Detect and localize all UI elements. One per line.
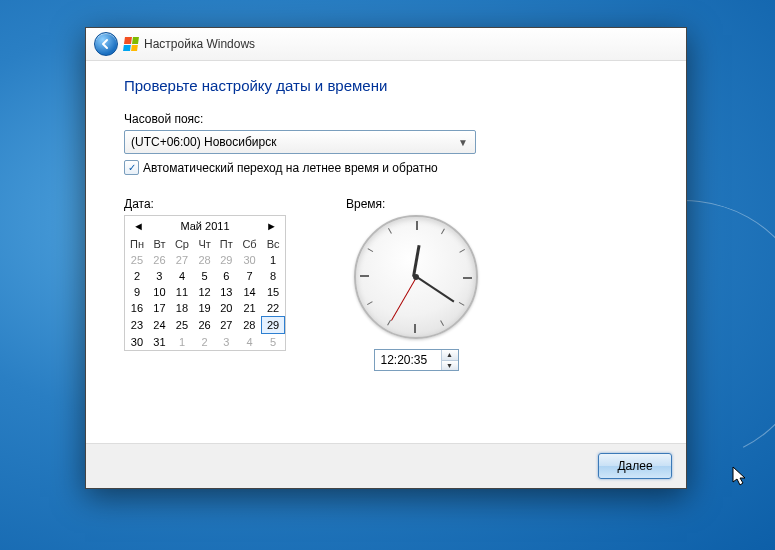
calendar-day[interactable]: 30 [125, 334, 149, 351]
dialog-title: Настройка Windows [144, 37, 255, 51]
calendar-day[interactable]: 14 [237, 284, 261, 300]
calendar-weekday: Сб [237, 236, 261, 252]
calendar-day[interactable]: 6 [215, 268, 237, 284]
time-column: Время: 12:20:35 ▲ ▼ [346, 197, 486, 371]
calendar-day[interactable]: 28 [237, 317, 261, 334]
calendar-weekday: Вс [262, 236, 285, 252]
calendar-day[interactable]: 1 [262, 252, 285, 268]
calendar-day[interactable]: 25 [125, 252, 149, 268]
calendar-day[interactable]: 25 [170, 317, 194, 334]
calendar-weekday: Пт [215, 236, 237, 252]
dst-row: ✓ Автоматический переход на летнее время… [124, 160, 648, 175]
time-value[interactable]: 12:20:35 [375, 350, 441, 370]
calendar-next[interactable]: ► [264, 220, 279, 232]
time-label: Время: [346, 197, 486, 211]
dst-label: Автоматический переход на летнее время и… [143, 161, 438, 175]
analog-clock [354, 215, 478, 339]
time-spin-up[interactable]: ▲ [442, 350, 458, 360]
calendar-day[interactable]: 9 [125, 284, 149, 300]
calendar[interactable]: ◄ Май 2011 ► ПнВтСрЧтПтСбВс 252627282930… [124, 215, 286, 351]
timezone-combo[interactable]: (UTC+06:00) Новосибирск ▼ [124, 130, 476, 154]
setup-dialog: Настройка Windows Проверьте настройку да… [85, 27, 687, 489]
time-spinner[interactable]: 12:20:35 ▲ ▼ [374, 349, 459, 371]
calendar-day[interactable]: 1 [170, 334, 194, 351]
calendar-day[interactable]: 23 [125, 317, 149, 334]
calendar-day[interactable]: 3 [149, 268, 170, 284]
dialog-footer: Далее [86, 443, 686, 488]
calendar-day[interactable]: 30 [237, 252, 261, 268]
calendar-day[interactable]: 2 [125, 268, 149, 284]
calendar-day[interactable]: 24 [149, 317, 170, 334]
arrow-left-icon [100, 38, 112, 50]
calendar-grid: ПнВтСрЧтПтСбВс 2526272829301234567891011… [125, 236, 285, 350]
calendar-weekday: Ср [170, 236, 194, 252]
calendar-day[interactable]: 19 [194, 300, 215, 317]
dialog-body: Проверьте настройку даты и времени Часов… [86, 61, 686, 443]
calendar-day[interactable]: 4 [170, 268, 194, 284]
calendar-day[interactable]: 4 [237, 334, 261, 351]
dialog-header: Настройка Windows [86, 28, 686, 61]
calendar-day[interactable]: 29 [262, 317, 285, 334]
calendar-day[interactable]: 28 [194, 252, 215, 268]
next-button-label: Далее [617, 459, 652, 473]
windows-logo-icon [123, 37, 139, 51]
mouse-cursor-icon [732, 466, 748, 488]
calendar-weekday: Вт [149, 236, 170, 252]
calendar-day[interactable]: 20 [215, 300, 237, 317]
calendar-day[interactable]: 26 [194, 317, 215, 334]
calendar-day[interactable]: 7 [237, 268, 261, 284]
calendar-day[interactable]: 21 [237, 300, 261, 317]
calendar-month: Май 2011 [180, 220, 229, 232]
next-button[interactable]: Далее [598, 453, 672, 479]
calendar-day[interactable]: 15 [262, 284, 285, 300]
timezone-label: Часовой пояс: [124, 112, 648, 126]
calendar-day[interactable]: 27 [170, 252, 194, 268]
back-button[interactable] [94, 32, 118, 56]
calendar-prev[interactable]: ◄ [131, 220, 146, 232]
chevron-down-icon: ▼ [455, 134, 471, 150]
calendar-day[interactable]: 29 [215, 252, 237, 268]
date-label: Дата: [124, 197, 286, 211]
calendar-day[interactable]: 2 [194, 334, 215, 351]
calendar-weekday: Чт [194, 236, 215, 252]
calendar-day[interactable]: 3 [215, 334, 237, 351]
calendar-day[interactable]: 22 [262, 300, 285, 317]
calendar-day[interactable]: 13 [215, 284, 237, 300]
calendar-day[interactable]: 26 [149, 252, 170, 268]
calendar-day[interactable]: 18 [170, 300, 194, 317]
timezone-selected: (UTC+06:00) Новосибирск [131, 135, 276, 149]
calendar-day[interactable]: 5 [262, 334, 285, 351]
page-heading: Проверьте настройку даты и времени [124, 77, 648, 94]
calendar-day[interactable]: 16 [125, 300, 149, 317]
calendar-day[interactable]: 8 [262, 268, 285, 284]
time-spin-down[interactable]: ▼ [442, 360, 458, 371]
calendar-day[interactable]: 11 [170, 284, 194, 300]
calendar-day[interactable]: 31 [149, 334, 170, 351]
calendar-day[interactable]: 27 [215, 317, 237, 334]
calendar-day[interactable]: 10 [149, 284, 170, 300]
calendar-day[interactable]: 12 [194, 284, 215, 300]
dst-checkbox[interactable]: ✓ [124, 160, 139, 175]
date-column: Дата: ◄ Май 2011 ► ПнВтСрЧтПтСбВс 252627… [124, 197, 286, 371]
calendar-day[interactable]: 17 [149, 300, 170, 317]
calendar-weekday: Пн [125, 236, 149, 252]
calendar-day[interactable]: 5 [194, 268, 215, 284]
